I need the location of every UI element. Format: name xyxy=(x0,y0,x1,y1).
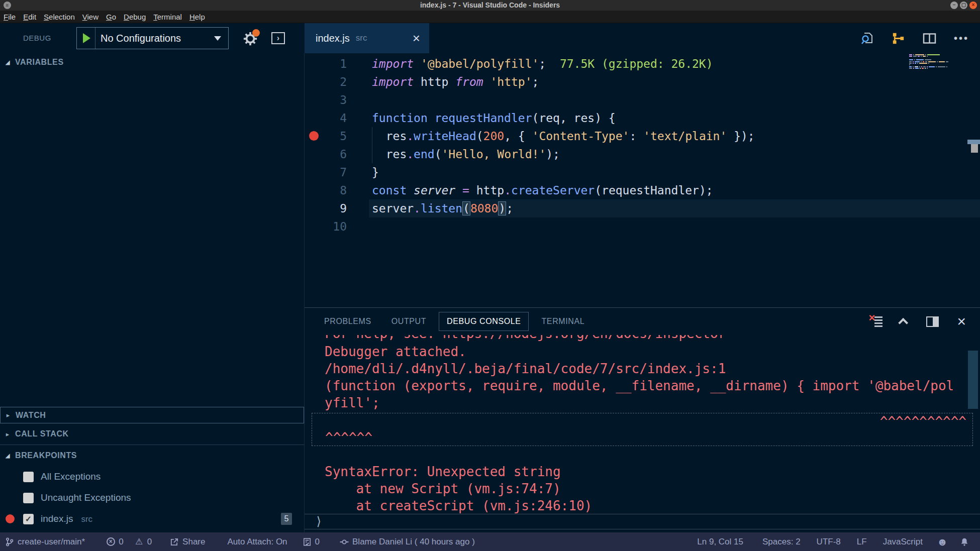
minimap[interactable] xyxy=(909,54,954,73)
configure-launch-button[interactable] xyxy=(243,31,258,46)
line-number[interactable]: 9 xyxy=(305,199,347,217)
status-warnings[interactable]: ⚠0 xyxy=(135,537,152,547)
panel-tab-debug-console[interactable]: DEBUG CONSOLE xyxy=(439,312,529,331)
status-branch[interactable]: create-user/main* xyxy=(5,537,85,547)
panel-tab-problems[interactable]: PROBLEMS xyxy=(317,312,379,330)
menu-edit[interactable]: Edit xyxy=(23,13,36,21)
menu-file[interactable]: File xyxy=(4,13,16,21)
section-watch[interactable]: ▸ WATCH xyxy=(0,407,304,423)
console-line[interactable]: SyntaxError: Unexpected string xyxy=(325,463,980,480)
section-call-stack[interactable]: ▸ CALL STACK xyxy=(0,423,304,445)
breakpoint-item[interactable]: All Exceptions xyxy=(0,466,304,487)
line-number[interactable]: 4 xyxy=(305,109,347,127)
console-line[interactable]: /home/dli/.d4nyll/.beja/final/code/7/src… xyxy=(325,360,980,377)
tab-file-name: index.js xyxy=(316,33,350,44)
line-number[interactable]: 6 xyxy=(305,145,347,163)
console-line[interactable]: Debugger attached. xyxy=(325,343,980,360)
status-blame[interactable]: Blame Daniel Li ( 40 hours ago ) xyxy=(340,537,475,547)
checkbox[interactable] xyxy=(23,472,34,482)
menu-debug[interactable]: Debug xyxy=(124,13,146,21)
console-line-clipped: For help, see: https://nodejs.org/en/doc… xyxy=(325,335,980,343)
breakpoint-item[interactable]: Uncaught Exceptions xyxy=(0,487,304,508)
section-breakpoints[interactable]: ◢ BREAKPOINTS xyxy=(0,445,304,466)
debug-sidebar: ◢ VARIABLES ▸ WATCH ▸ CALL STACK ◢ BREAK… xyxy=(0,53,305,532)
bell-icon xyxy=(960,537,969,546)
console-line[interactable]: yfill'; xyxy=(325,394,980,411)
console-line[interactable]: at createScript (vm.js:246:10) xyxy=(325,497,980,514)
line-number[interactable]: 1 xyxy=(305,55,347,73)
breakpoint-label: All Exceptions xyxy=(41,471,101,482)
menu-go[interactable]: Go xyxy=(106,13,116,21)
line-number[interactable]: 5 xyxy=(305,127,347,145)
line-number[interactable]: 8 xyxy=(305,181,347,199)
console-line[interactable]: (function (exports, require, module, __f… xyxy=(325,377,980,394)
status-encoding[interactable]: UTF-8 xyxy=(817,537,841,547)
fork-branch-icon[interactable] xyxy=(892,32,905,45)
error-circle-icon: × xyxy=(106,537,115,546)
menu-view[interactable]: View xyxy=(82,13,99,21)
git-commit-icon xyxy=(340,537,349,546)
debug-config-dropdown[interactable]: No Configurations xyxy=(76,27,229,49)
open-debug-console-icon[interactable]: › xyxy=(271,32,285,44)
code-line[interactable]: } xyxy=(372,163,379,181)
code-line[interactable]: res.end('Hello, World!'); xyxy=(372,145,560,163)
tab-index-js[interactable]: index.js src × xyxy=(305,23,429,53)
breakpoint-label: Uncaught Exceptions xyxy=(41,492,131,503)
console-scrollbar[interactable] xyxy=(968,351,978,409)
menu-help[interactable]: Help xyxy=(189,13,205,21)
maximize-panel-icon[interactable] xyxy=(899,318,909,328)
open-preview-icon[interactable] xyxy=(860,32,874,45)
tab-close-icon[interactable]: × xyxy=(413,32,420,45)
panel-actions: × × xyxy=(869,315,980,328)
maximize-button[interactable]: ▢ xyxy=(960,2,967,9)
status-label: Ln 9, Col 15 xyxy=(697,537,743,547)
menu-terminal[interactable]: Terminal xyxy=(153,13,182,21)
minimize-button[interactable]: – xyxy=(950,2,958,9)
debug-console-input[interactable]: ⟩ xyxy=(305,514,980,529)
code-line[interactable]: const server = http.createServer(request… xyxy=(372,181,713,199)
checkbox[interactable] xyxy=(23,493,34,503)
clear-console-icon[interactable]: × xyxy=(869,315,883,328)
code-line[interactable]: res.writeHead(200, { 'Content-Type': 'te… xyxy=(372,127,755,145)
split-editor-icon[interactable] xyxy=(923,32,936,45)
line-number[interactable]: 2 xyxy=(305,73,347,91)
status-checklist-count[interactable]: 0 xyxy=(303,537,320,547)
panel-tab-output[interactable]: OUTPUT xyxy=(384,312,434,330)
menu-selection[interactable]: Selection xyxy=(44,13,75,21)
code-line[interactable]: import '@babel/polyfill'; 77.5K (gzipped… xyxy=(372,55,713,73)
editor-line: 5 res.writeHead(200, { 'Content-Type': '… xyxy=(305,127,980,145)
panel-tab-terminal[interactable]: TERMINAL xyxy=(534,312,592,330)
line-number[interactable]: 10 xyxy=(305,217,347,236)
code-line[interactable]: function requestHandler(req, res) { xyxy=(372,109,616,127)
code-line[interactable]: server.listen(8080); xyxy=(372,199,513,217)
status-feedback[interactable]: ☻ xyxy=(938,537,947,546)
status-indentation[interactable]: Spaces: 2 xyxy=(762,537,801,547)
status-auto-attach[interactable]: Auto Attach: On xyxy=(227,537,287,547)
vscode-window: ≡ index.js - 7 - Visual Studio Code - In… xyxy=(0,0,980,551)
close-button[interactable]: × xyxy=(969,2,977,9)
twistie-collapsed-icon: ▸ xyxy=(1,411,16,419)
checkbox[interactable]: ✓ xyxy=(23,514,34,524)
status-errors[interactable]: ×0 xyxy=(106,537,123,547)
code-editor[interactable]: 1import '@babel/polyfill'; 77.5K (gzippe… xyxy=(305,53,980,307)
status-cursor-position[interactable]: Ln 9, Col 15 xyxy=(697,537,743,547)
status-language[interactable]: JavaScript xyxy=(883,537,923,547)
move-panel-right-icon[interactable] xyxy=(926,316,939,327)
breakpoint-item[interactable]: ✓index.jssrc5 xyxy=(0,508,304,529)
minimap-line xyxy=(909,68,954,69)
line-number[interactable]: 3 xyxy=(305,91,347,109)
console-line[interactable]: at new Script (vm.js:74:7) xyxy=(325,480,980,497)
code-line[interactable]: import http from 'http'; xyxy=(372,73,539,91)
status-notifications[interactable] xyxy=(960,537,969,546)
line-number[interactable]: 7 xyxy=(305,163,347,181)
console-focused-row[interactable]: ^^^^^^^^^^^ ^^^^^^ xyxy=(312,413,973,446)
more-actions-icon[interactable]: ••• xyxy=(954,33,969,44)
status-share[interactable]: Share xyxy=(170,537,205,547)
twistie-collapsed-icon: ▸ xyxy=(0,430,15,438)
console-line[interactable] xyxy=(325,446,980,463)
start-debug-icon[interactable] xyxy=(83,33,90,43)
console-caret-line: ^^^^^^^^^^^ xyxy=(312,413,972,429)
section-variables[interactable]: ◢ VARIABLES xyxy=(0,53,304,71)
close-panel-icon[interactable]: × xyxy=(957,315,966,328)
status-eol[interactable]: LF xyxy=(857,537,867,547)
